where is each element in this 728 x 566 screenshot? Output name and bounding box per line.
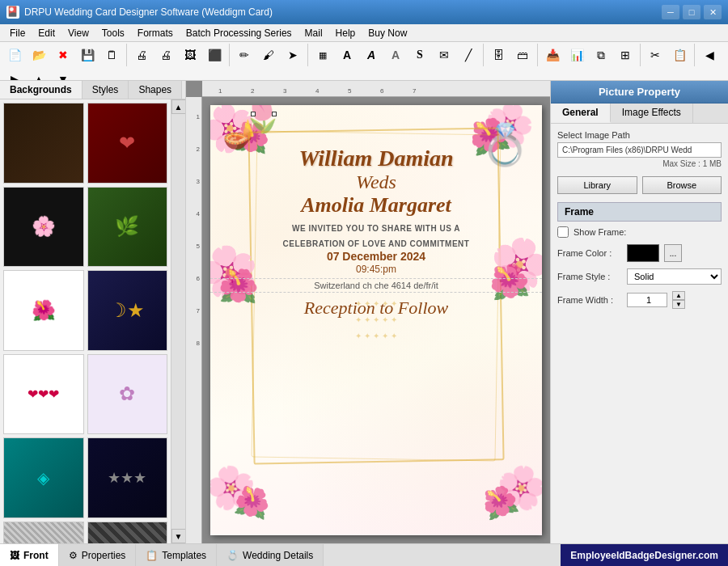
thumbnail-grid: ❤ 🌸 🌿 🌺 ☽★ ❤❤❤ ✿ ◈ ★★★ 🐘 ✍ ❋ 🌀 — [3, 103, 167, 543]
max-size-label: Max Size : 1 MB — [557, 159, 722, 168]
menu-batch[interactable]: Batch Processing Series — [180, 24, 298, 41]
tb-import[interactable]: 📥 — [541, 44, 564, 66]
ruler-top: 1 2 3 4 5 6 7 — [202, 81, 550, 97]
tb-pencil[interactable]: ✏ — [233, 44, 256, 66]
menu-view[interactable]: View — [61, 24, 95, 41]
tb-export[interactable]: 📊 — [565, 44, 588, 66]
tb-copy[interactable]: 📋 — [668, 44, 691, 66]
tab-general[interactable]: General — [551, 103, 611, 123]
tab-backgrounds[interactable]: Backgrounds — [0, 81, 83, 99]
frame-width-up[interactable]: ▲ — [672, 291, 685, 300]
thumb-pink-mandala[interactable]: ✿ — [87, 354, 168, 435]
tb-cut[interactable]: ✂ — [644, 44, 667, 66]
toolbar-sep-1 — [126, 44, 127, 66]
thumb-grey-damask[interactable] — [3, 522, 84, 544]
right-panel-content: Select Image Path Max Size : 1 MB Librar… — [551, 124, 728, 543]
tb-layers[interactable]: ⧉ — [590, 44, 612, 66]
thumb-green-paisley[interactable]: 🌿 — [87, 187, 168, 268]
menu-mail[interactable]: Mail — [298, 24, 329, 41]
frame-color-row: Frame Color : ... — [557, 244, 722, 262]
tb-print[interactable]: 🖨 — [154, 44, 177, 66]
browse-button[interactable]: Browse — [642, 176, 722, 194]
thumb-gold-moon[interactable]: ☽★ — [87, 270, 168, 351]
menu-buynow[interactable]: Buy Now — [362, 24, 413, 41]
menu-edit[interactable]: Edit — [32, 24, 61, 41]
card-name1: William Damian — [210, 146, 542, 171]
tab-shapes[interactable]: Shapes — [129, 81, 182, 99]
thumb-maroon[interactable]: ❤ — [87, 103, 168, 184]
thumb-teal[interactable]: ◈ — [3, 437, 84, 518]
tb-saveas[interactable]: 🗒 — [100, 44, 123, 66]
templates-button[interactable]: 📋 Templates — [136, 544, 217, 566]
tb-text-italic[interactable]: A — [360, 44, 383, 66]
properties-button[interactable]: ⚙ Properties — [59, 544, 137, 566]
tb-line[interactable]: ╱ — [457, 44, 480, 66]
card-invite: WE INVITED YOU TO SHARE WITH US A — [210, 224, 542, 233]
scroll-down-btn[interactable]: ▼ — [171, 529, 186, 543]
library-button[interactable]: Library — [557, 176, 637, 194]
tb-db1[interactable]: 🗄 — [487, 44, 510, 66]
tb-paint[interactable]: 🖌 — [257, 44, 280, 66]
show-frame-checkbox[interactable] — [557, 226, 569, 238]
tb-close[interactable]: ✖ — [52, 44, 74, 66]
tb-stext[interactable]: S — [408, 44, 431, 66]
tb-nav-prev[interactable]: ◀ — [698, 44, 721, 66]
tb-save[interactable]: 💾 — [76, 44, 99, 66]
title-bar: 🎴 DRPU Wedding Card Designer Software (W… — [0, 0, 728, 24]
tb-open[interactable]: 📂 — [28, 44, 50, 66]
card-text-area: William Damian Weds Amolia Margaret WE I… — [210, 146, 542, 319]
scroll-up-btn[interactable]: ▲ — [171, 99, 186, 114]
tb-barcode[interactable]: ▦ — [311, 44, 334, 66]
tb-img2[interactable]: ⬛ — [203, 44, 226, 66]
frame-color-box[interactable] — [627, 244, 659, 262]
right-panel: Picture Property General Image Effects S… — [550, 81, 728, 543]
tb-img1[interactable]: 🖼 — [179, 44, 201, 66]
front-button[interactable]: 🖼 Front — [0, 544, 59, 566]
wedding-details-icon: 💍 — [226, 550, 239, 561]
tb-email[interactable]: ✉ — [433, 44, 455, 66]
tb-print-setup[interactable]: 🖨 — [130, 44, 153, 66]
tb-nav-up[interactable]: ▲ — [28, 68, 50, 81]
window-controls: ─ □ ✕ — [662, 5, 722, 19]
tb-group[interactable]: ⊞ — [614, 44, 637, 66]
tab-image-effects[interactable]: Image Effects — [611, 103, 693, 123]
maximize-button[interactable]: □ — [683, 5, 700, 19]
toolbar-sep-6 — [640, 44, 641, 66]
menu-help[interactable]: Help — [329, 24, 362, 41]
tb-db2[interactable]: 🗃 — [511, 44, 534, 66]
thumb-black-floral[interactable]: 🌸 — [3, 187, 84, 268]
menu-tools[interactable]: Tools — [95, 24, 131, 41]
frame-section-header: Frame — [557, 202, 722, 222]
picture-property-header: Picture Property — [551, 81, 728, 103]
frame-width-down[interactable]: ▼ — [672, 300, 685, 309]
image-path-input[interactable] — [557, 142, 722, 158]
thumb-black-checks[interactable] — [87, 522, 168, 544]
menu-file[interactable]: File — [3, 24, 32, 41]
tb-new[interactable]: 📄 — [3, 44, 26, 66]
frame-width-input[interactable] — [627, 293, 667, 307]
toolbar: 📄 📂 ✖ 💾 🗒 🖨 🖨 🖼 ⬛ ✏ 🖌 ➤ ▦ A A A S ✉ ╱ 🗄 … — [0, 42, 728, 81]
card-reception: Reception to Follow — [210, 298, 542, 319]
toolbar-sep-2 — [229, 44, 230, 66]
tb-nav-next[interactable]: ▶ — [3, 68, 26, 81]
wedding-details-button[interactable]: 💍 Wedding Details — [217, 544, 324, 566]
thumb-red-flowers[interactable]: 🌺 — [3, 270, 84, 351]
tb-text-special[interactable]: A — [384, 44, 407, 66]
menu-formats[interactable]: Formats — [131, 24, 180, 41]
close-button[interactable]: ✕ — [704, 5, 722, 19]
frame-color-picker-button[interactable]: ... — [664, 244, 682, 262]
tab-styles[interactable]: Styles — [83, 81, 129, 99]
front-label: Front — [23, 550, 49, 561]
tb-nav-down[interactable]: ▼ — [52, 68, 74, 81]
thumb-dark-texture[interactable] — [3, 103, 84, 184]
library-browse-row: Library Browse — [557, 176, 722, 194]
frame-style-select[interactable]: Solid Dashed Dotted Double — [627, 268, 722, 285]
card-celebration: CELEBRATION OF LOVE AND COMMITMENT — [210, 239, 542, 248]
thumb-dark-stars[interactable]: ★★★ — [87, 437, 168, 518]
thumb-hearts-red[interactable]: ❤❤❤ — [3, 354, 84, 435]
main-area: Backgrounds Styles Shapes ❤ 🌸 🌿 🌺 ☽★ ❤❤❤… — [0, 81, 728, 543]
tb-arrow[interactable]: ➤ — [281, 44, 304, 66]
minimize-button[interactable]: ─ — [662, 5, 679, 19]
tb-text[interactable]: A — [336, 44, 358, 66]
wedding-card-canvas[interactable]: 🌸 🌺 🌷 🌸 🌺 💍 🪔 🌸 🌺 — [210, 105, 542, 535]
